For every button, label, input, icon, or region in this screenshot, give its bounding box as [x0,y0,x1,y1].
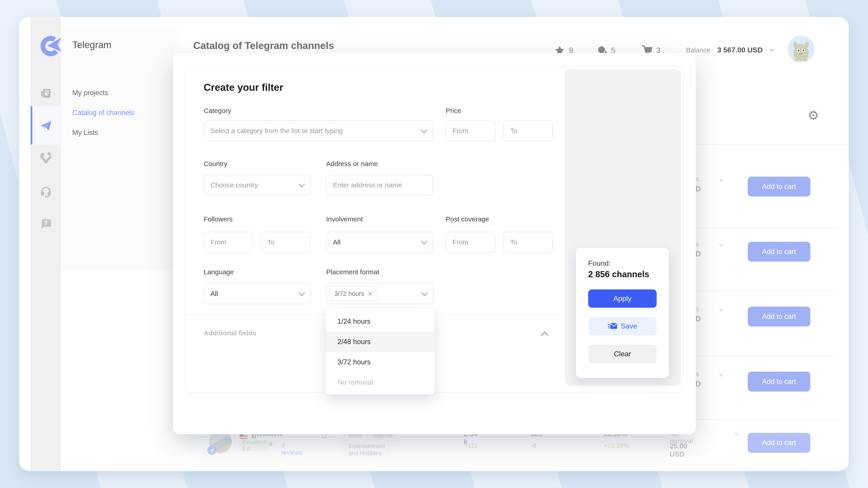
balance-value[interactable]: 3 567.00 USD [717,46,763,54]
user-avatar[interactable] [788,36,814,62]
dropdown-option[interactable]: 1/24 hours [326,311,434,332]
language-select[interactable]: All [204,283,311,304]
country-label: Country [204,160,227,168]
brand-name: Telegram [72,39,112,51]
post-coverage-label: Post coverage [446,215,489,223]
found-label: Found: [588,259,611,267]
chevron-down-icon [421,127,427,133]
catalog-icon[interactable] [39,119,53,132]
telegram-badge-icon [207,446,216,455]
address-label: Address or name [326,160,378,168]
involvement-label: Involvement [326,215,363,223]
price-label: Price [446,107,461,115]
price-from-input[interactable] [446,121,496,141]
add-to-cart-button[interactable]: Add to cart [748,177,810,197]
save-button-label: Save [621,322,637,330]
save-button[interactable]: Save [588,317,657,335]
sidebar-icon-rail [31,17,61,471]
svg-text:?: ? [44,220,48,226]
page-title: Catalog of Telegram channels [193,40,334,51]
placement-chip-label: 3/72 hours [334,290,364,297]
support-icon[interactable] [39,185,53,198]
add-to-cart-button[interactable]: Add to cart [748,306,810,326]
involvement-select[interactable]: All [326,232,433,253]
sidebar-item-catalog-of-channels[interactable]: Catalog of channels [72,109,134,117]
country-placeholder: Choose country [211,181,258,189]
row-format-partial: s [696,240,699,248]
reviews-link[interactable]: 3 reviews [281,442,302,456]
chevron-down-icon [299,290,305,296]
row-format-partial: s [696,175,699,183]
placement-format-label: Placement format [326,268,379,276]
apply-button[interactable]: Apply [588,289,657,308]
category-select[interactable]: Select a category from the list or start… [204,121,433,141]
followers-delta: +111 [464,442,477,449]
rating-badge: Excellent 9.8 [239,440,270,451]
post-coverage-from-input[interactable] [446,232,496,253]
language-value: All [211,290,218,297]
language-label: Language [204,268,234,276]
row-format-partial: s [696,370,699,378]
chevron-down-icon [421,290,428,296]
address-input[interactable] [326,175,433,195]
save-envelope-icon [608,323,618,330]
chevron-down-icon [421,238,427,245]
tag-chip: Entertainment and Hobbies [343,444,391,456]
row-caret-icon[interactable] [719,309,724,312]
row-caret-icon[interactable] [719,179,724,182]
coverage-delta: +22.39% [604,442,629,449]
followers-label: Followers [204,215,232,223]
category-placeholder: Select a category from the list or start… [211,127,343,135]
balance-label: Balance [686,46,710,54]
price-value: 25.00 USD [670,442,687,458]
sidebar-menu-panel [61,27,179,270]
followers-from-input[interactable] [204,232,253,253]
sidebar-item-my-lists[interactable]: My Lists [72,129,98,137]
chevron-down-icon [299,181,305,187]
filter-modal: Create your filter Category Select a cat… [173,53,696,434]
balance-caret-icon[interactable] [769,49,774,52]
filter-summary-card: Found: 2 856 channels Apply Save Clear [576,248,669,378]
country-select[interactable]: Choose country [204,175,311,195]
dropdown-option[interactable]: No removal [326,372,434,393]
page: ? Telegram My projects Catalog of channe… [0,0,868,488]
price-to-input[interactable] [503,121,553,141]
table-row-channel: B********* ******e Excellent 9.8 3 revie… [19,17,27,23]
er-delta: -6 [531,442,536,449]
row-format-partial: s [696,305,699,313]
app-window: ? Telegram My projects Catalog of channe… [19,17,849,471]
add-to-cart-button[interactable]: Add to cart [748,372,810,392]
found-value: 2 856 channels [588,269,649,279]
app-logo [54,38,68,53]
help-icon[interactable]: ? [39,217,53,230]
remove-chip-icon[interactable]: ✕ [367,290,373,298]
sidebar-active-indicator [31,106,32,144]
table-settings-gear-icon[interactable]: ⚙ [808,109,819,122]
post-coverage-to-input[interactable] [503,232,553,253]
followers-to-input[interactable] [260,232,311,253]
additional-fields-label: Additional fields [204,329,256,337]
placement-selected-chip: 3/72 hours ✕ [330,286,377,301]
involvement-value: All [333,238,340,246]
row-caret-icon[interactable] [719,244,724,247]
row-caret-icon[interactable] [734,433,739,435]
row-caret-icon[interactable] [719,374,724,377]
dropdown-option[interactable]: 2/48 hours [326,332,434,352]
projects-icon[interactable] [39,86,53,100]
sidebar-item-my-projects[interactable]: My projects [72,89,108,97]
dropdown-option[interactable]: 3/72 hours [326,352,434,372]
add-to-cart-button[interactable]: Add to cart [748,433,810,453]
category-label: Category [204,107,231,115]
clear-button[interactable]: Clear [588,345,657,363]
filter-title: Create your filter [204,82,283,93]
placement-format-select[interactable]: 3/72 hours ✕ [326,283,434,304]
tools-icon[interactable] [39,151,53,164]
placement-format-dropdown: 1/24 hours 2/48 hours 3/72 hours No remo… [326,308,434,394]
add-to-cart-button[interactable]: Add to cart [748,242,810,262]
